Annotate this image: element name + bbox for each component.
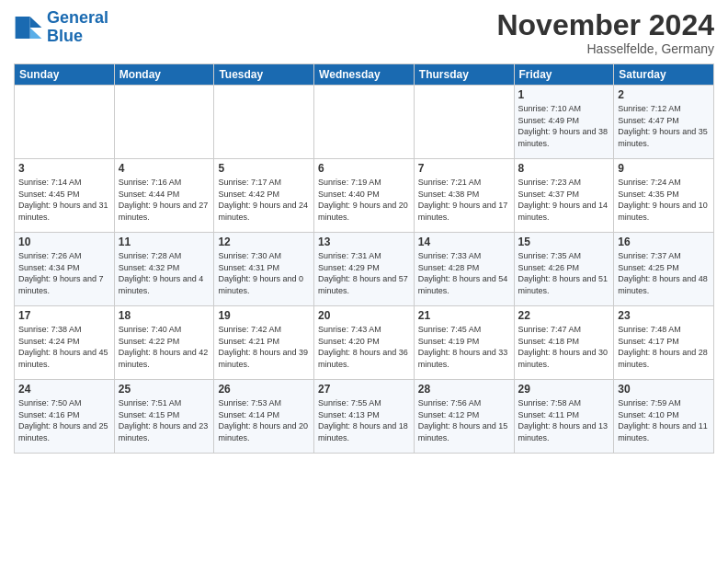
day-number: 9: [618, 162, 710, 175]
table-row: 2Sunrise: 7:12 AM Sunset: 4:47 PM Daylig…: [614, 86, 714, 159]
table-row: 15Sunrise: 7:35 AM Sunset: 4:26 PM Dayli…: [514, 233, 614, 306]
day-info: Sunrise: 7:16 AM Sunset: 4:44 PM Dayligh…: [119, 177, 210, 223]
day-number: 22: [518, 309, 610, 322]
day-number: 26: [218, 383, 310, 396]
table-row: 20Sunrise: 7:43 AM Sunset: 4:20 PM Dayli…: [314, 306, 415, 380]
table-row: 16Sunrise: 7:37 AM Sunset: 4:25 PM Dayli…: [614, 233, 714, 306]
day-number: 30: [618, 383, 710, 396]
table-row: 5Sunrise: 7:17 AM Sunset: 4:42 PM Daylig…: [214, 159, 314, 233]
day-info: Sunrise: 7:50 AM Sunset: 4:16 PM Dayligh…: [18, 397, 110, 443]
day-number: 18: [119, 309, 210, 322]
calendar-week-row: 1Sunrise: 7:10 AM Sunset: 4:49 PM Daylig…: [15, 86, 714, 159]
table-row: 29Sunrise: 7:58 AM Sunset: 4:11 PM Dayli…: [514, 380, 614, 454]
table-row: 1Sunrise: 7:10 AM Sunset: 4:49 PM Daylig…: [514, 86, 614, 159]
day-info: Sunrise: 7:53 AM Sunset: 4:14 PM Dayligh…: [218, 397, 310, 443]
svg-marker-1: [30, 28, 42, 39]
day-info: Sunrise: 7:37 AM Sunset: 4:25 PM Dayligh…: [618, 250, 710, 296]
day-number: 19: [218, 309, 310, 322]
day-number: 6: [318, 162, 410, 175]
table-row: [414, 86, 514, 159]
day-number: 14: [418, 236, 510, 248]
day-info: Sunrise: 7:56 AM Sunset: 4:12 PM Dayligh…: [418, 397, 510, 443]
day-info: Sunrise: 7:40 AM Sunset: 4:22 PM Dayligh…: [119, 324, 210, 370]
table-row: 10Sunrise: 7:26 AM Sunset: 4:34 PM Dayli…: [15, 233, 115, 306]
calendar-week-row: 3Sunrise: 7:14 AM Sunset: 4:45 PM Daylig…: [15, 159, 714, 233]
day-info: Sunrise: 7:10 AM Sunset: 4:49 PM Dayligh…: [518, 103, 610, 149]
day-number: 16: [618, 236, 710, 248]
calendar-table: Sunday Monday Tuesday Wednesday Thursday…: [14, 63, 714, 454]
calendar-header-row: Sunday Monday Tuesday Wednesday Thursday…: [15, 64, 714, 86]
table-row: 25Sunrise: 7:51 AM Sunset: 4:15 PM Dayli…: [114, 380, 214, 454]
day-number: 15: [518, 236, 610, 248]
table-row: 12Sunrise: 7:30 AM Sunset: 4:31 PM Dayli…: [214, 233, 314, 306]
day-number: 12: [218, 236, 310, 248]
day-info: Sunrise: 7:28 AM Sunset: 4:32 PM Dayligh…: [119, 250, 210, 296]
col-friday: Friday: [514, 64, 614, 86]
day-info: Sunrise: 7:59 AM Sunset: 4:10 PM Dayligh…: [618, 397, 710, 443]
logo: General Blue: [14, 9, 108, 46]
day-info: Sunrise: 7:12 AM Sunset: 4:47 PM Dayligh…: [618, 103, 710, 149]
day-info: Sunrise: 7:33 AM Sunset: 4:28 PM Dayligh…: [418, 250, 510, 296]
calendar-week-row: 17Sunrise: 7:38 AM Sunset: 4:24 PM Dayli…: [15, 306, 714, 380]
day-info: Sunrise: 7:55 AM Sunset: 4:13 PM Dayligh…: [318, 397, 410, 443]
svg-rect-2: [16, 17, 30, 39]
day-number: 23: [618, 309, 710, 322]
col-tuesday: Tuesday: [214, 64, 314, 86]
calendar-week-row: 24Sunrise: 7:50 AM Sunset: 4:16 PM Dayli…: [15, 380, 714, 454]
table-row: 4Sunrise: 7:16 AM Sunset: 4:44 PM Daylig…: [114, 159, 214, 233]
day-number: 28: [418, 383, 510, 396]
day-info: Sunrise: 7:58 AM Sunset: 4:11 PM Dayligh…: [518, 397, 610, 443]
day-info: Sunrise: 7:43 AM Sunset: 4:20 PM Dayligh…: [318, 324, 410, 370]
header: General Blue November 2024 Hasselfelde, …: [14, 9, 714, 56]
table-row: 23Sunrise: 7:48 AM Sunset: 4:17 PM Dayli…: [614, 306, 714, 380]
svg-marker-0: [30, 17, 42, 28]
day-info: Sunrise: 7:24 AM Sunset: 4:35 PM Dayligh…: [618, 177, 710, 223]
location-subtitle: Hasselfelde, Germany: [496, 41, 714, 56]
day-info: Sunrise: 7:45 AM Sunset: 4:19 PM Dayligh…: [418, 324, 510, 370]
day-info: Sunrise: 7:19 AM Sunset: 4:40 PM Dayligh…: [318, 177, 410, 223]
table-row: 24Sunrise: 7:50 AM Sunset: 4:16 PM Dayli…: [15, 380, 115, 454]
day-info: Sunrise: 7:47 AM Sunset: 4:18 PM Dayligh…: [518, 324, 610, 370]
day-number: 13: [318, 236, 410, 248]
table-row: 11Sunrise: 7:28 AM Sunset: 4:32 PM Dayli…: [114, 233, 214, 306]
table-row: 26Sunrise: 7:53 AM Sunset: 4:14 PM Dayli…: [214, 380, 314, 454]
day-info: Sunrise: 7:42 AM Sunset: 4:21 PM Dayligh…: [218, 324, 310, 370]
day-info: Sunrise: 7:38 AM Sunset: 4:24 PM Dayligh…: [18, 324, 110, 370]
table-row: 13Sunrise: 7:31 AM Sunset: 4:29 PM Dayli…: [314, 233, 415, 306]
table-row: 30Sunrise: 7:59 AM Sunset: 4:10 PM Dayli…: [614, 380, 714, 454]
table-row: 9Sunrise: 7:24 AM Sunset: 4:35 PM Daylig…: [614, 159, 714, 233]
table-row: 8Sunrise: 7:23 AM Sunset: 4:37 PM Daylig…: [514, 159, 614, 233]
day-number: 7: [418, 162, 510, 175]
table-row: 27Sunrise: 7:55 AM Sunset: 4:13 PM Dayli…: [314, 380, 415, 454]
col-thursday: Thursday: [414, 64, 514, 86]
table-row: 6Sunrise: 7:19 AM Sunset: 4:40 PM Daylig…: [314, 159, 415, 233]
day-info: Sunrise: 7:35 AM Sunset: 4:26 PM Dayligh…: [518, 250, 610, 296]
day-info: Sunrise: 7:48 AM Sunset: 4:17 PM Dayligh…: [618, 324, 710, 370]
table-row: 17Sunrise: 7:38 AM Sunset: 4:24 PM Dayli…: [15, 306, 115, 380]
table-row: 3Sunrise: 7:14 AM Sunset: 4:45 PM Daylig…: [15, 159, 115, 233]
month-title: November 2024: [496, 9, 714, 41]
day-info: Sunrise: 7:17 AM Sunset: 4:42 PM Dayligh…: [218, 177, 310, 223]
table-row: 19Sunrise: 7:42 AM Sunset: 4:21 PM Dayli…: [214, 306, 314, 380]
table-row: 14Sunrise: 7:33 AM Sunset: 4:28 PM Dayli…: [414, 233, 514, 306]
day-info: Sunrise: 7:26 AM Sunset: 4:34 PM Dayligh…: [18, 250, 110, 296]
day-number: 4: [119, 162, 210, 175]
logo-text: General Blue: [47, 9, 108, 46]
day-number: 17: [18, 309, 110, 322]
col-monday: Monday: [114, 64, 214, 86]
day-number: 21: [418, 309, 510, 322]
day-info: Sunrise: 7:21 AM Sunset: 4:38 PM Dayligh…: [418, 177, 510, 223]
day-number: 5: [218, 162, 310, 175]
table-row: [15, 86, 115, 159]
day-number: 10: [18, 236, 110, 248]
title-block: November 2024 Hasselfelde, Germany: [496, 9, 714, 56]
logo-icon: [14, 13, 43, 42]
page: General Blue November 2024 Hasselfelde, …: [0, 0, 728, 563]
table-row: [314, 86, 415, 159]
table-row: 28Sunrise: 7:56 AM Sunset: 4:12 PM Dayli…: [414, 380, 514, 454]
day-number: 8: [518, 162, 610, 175]
day-info: Sunrise: 7:14 AM Sunset: 4:45 PM Dayligh…: [18, 177, 110, 223]
col-sunday: Sunday: [15, 64, 115, 86]
day-info: Sunrise: 7:23 AM Sunset: 4:37 PM Dayligh…: [518, 177, 610, 223]
day-number: 2: [618, 88, 710, 101]
